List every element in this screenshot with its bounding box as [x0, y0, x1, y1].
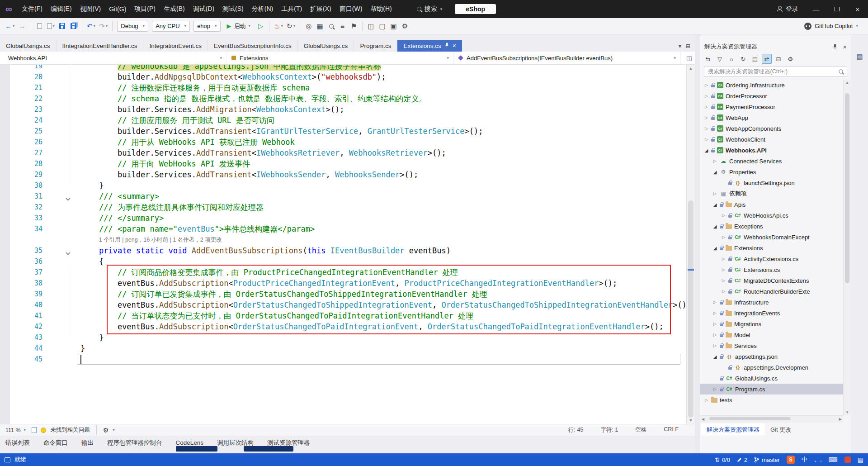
menu-item-7[interactable]: 测试(S) [218, 0, 248, 18]
expand-icon[interactable]: ▷ [712, 300, 717, 304]
tree-item-Extensions[interactable]: ◢Extensions [700, 243, 844, 253]
file-nesting-icon[interactable]: ▤ [750, 54, 760, 64]
code-line-31[interactable]: 31 /// <summary> [0, 191, 686, 202]
expand-icon[interactable]: ▷ [704, 398, 709, 402]
tree-item-Ordering.Infrastructure[interactable]: ▷C#Ordering.Infrastructure [700, 80, 844, 90]
expand-icon[interactable]: ▷ [712, 333, 717, 337]
properties-icon[interactable]: ⚙ [785, 54, 795, 64]
scroll-up-icon[interactable]: ▲ [689, 66, 693, 71]
sogou-toolbox-icon[interactable]: ▦ [858, 456, 863, 463]
tree-item-WebAppComponents[interactable]: ▷C#WebAppComponents [700, 123, 844, 134]
tree-item-appsettings.Developmen[interactable]: {}appsettings.Developmen [700, 362, 844, 373]
collapse-icon[interactable]: ◢ [712, 354, 717, 359]
panel-splitter[interactable] [695, 34, 700, 453]
ime-language-toggle[interactable]: 中 [802, 456, 807, 464]
expand-icon[interactable]: ▷ [721, 213, 726, 218]
expand-icon[interactable]: ▷ [721, 257, 726, 261]
tree-item-WebApp[interactable]: ▷C#WebApp [700, 112, 844, 123]
github-copilot-button[interactable]: GitHub Copilot ▾ [804, 23, 864, 30]
collapse-icon[interactable]: ◢ [712, 202, 717, 207]
expand-icon[interactable]: ▷ [721, 289, 726, 294]
collapse-icon[interactable]: ◢ [704, 148, 709, 153]
code-line-32[interactable]: 32 /// 为事件总线注册具体事件订阅和对应处理器 [0, 202, 686, 213]
space-indicator[interactable]: 空格 [635, 426, 646, 434]
tab-EventBusSubscriptionInfo.cs[interactable]: EventBusSubscriptionInfo.cs [208, 40, 298, 52]
code-line-45[interactable]: 45 [0, 354, 686, 365]
tab-options-icon[interactable]: ⊟ [686, 43, 690, 49]
new-query-icon[interactable]: ▦ [315, 20, 325, 32]
tab-IntegrationEvent.cs[interactable]: IntegrationEvent.cs [143, 40, 208, 52]
sogou-ime-icon[interactable]: S [787, 456, 795, 464]
expand-icon[interactable]: ▷ [721, 267, 726, 272]
tree-item-RouteHandlerBuilderExte[interactable]: ▷C#RouteHandlerBuilderExte [700, 286, 844, 297]
filter-icon[interactable]: ▽ [715, 54, 725, 64]
tree-item-IntegrationEvents[interactable]: ▷IntegrationEvents [700, 308, 844, 319]
code-line-44[interactable]: 44} [0, 343, 686, 354]
close-button[interactable]: × [847, 0, 868, 18]
line-operations-icon[interactable]: ≡ [337, 20, 348, 32]
tab-Program.cs[interactable]: Program.cs [354, 40, 397, 52]
tree-item-Model[interactable]: ▷Model [700, 329, 844, 340]
menu-item-8[interactable]: 分析(N) [248, 0, 277, 18]
git-branch-button[interactable]: master [754, 456, 780, 463]
tree-item-OrderProcessor[interactable]: ▷C#OrderProcessor [700, 90, 844, 101]
expand-icon[interactable]: ▷ [704, 137, 709, 142]
navigate-forward-icon[interactable]: → [17, 20, 28, 32]
tree-item-Properties[interactable]: ◢⚙Properties [700, 166, 844, 177]
maximize-button[interactable] [826, 0, 847, 18]
tab-Extensions.cs[interactable]: Extensions.cs× [397, 40, 462, 52]
menu-item-6[interactable]: 调试(D) [189, 0, 218, 18]
panel-tab-命令窗口[interactable]: 命令窗口 [43, 439, 68, 447]
tool-tab-解决方案资源管理器[interactable]: 解决方案资源管理器 [701, 423, 765, 435]
code-line-22[interactable]: 22 // schema 指的是 数据库模式，也就是 数据库中表、字段、索引、约… [0, 93, 686, 104]
solution-search-box[interactable] [704, 66, 847, 77]
save-icon[interactable] [57, 20, 67, 32]
minimize-button[interactable]: — [806, 0, 826, 18]
code-line-34[interactable]: 34 /// <param name="eventBus">事件总线构建器</p… [0, 223, 686, 234]
tree-item-Exceptions[interactable]: ◢Exceptions [700, 221, 844, 232]
codelens-info[interactable]: 1 个引用 | peng，16 小时前 | 1 名作者，2 项更改 [99, 234, 222, 245]
scroll-down-icon[interactable]: ▼ [689, 418, 693, 423]
breadcrumb-section-0[interactable]: Webhooks.API▾ [0, 52, 227, 64]
navigate-back-icon[interactable]: ←▾ [4, 20, 16, 32]
code-editor[interactable]: 19 // webhooksdb 是 appsettings.json 中配置的… [0, 65, 695, 424]
code-line-27[interactable]: 27 builder.Services.AddTransient<IWebhoo… [0, 147, 686, 158]
tree-item-WebHooksApi.cs[interactable]: ▷C#WebHooksApi.cs [700, 210, 844, 221]
redo-icon[interactable]: ↷▾ [98, 20, 109, 32]
tree-item-Connected Services[interactable]: ▷☁Connected Services [700, 156, 844, 166]
scrollbar-thumb[interactable] [688, 200, 693, 418]
background-tasks-icon[interactable] [5, 457, 10, 462]
expand-icon[interactable]: ▷ [712, 343, 717, 348]
menu-item-12[interactable]: 帮助(H) [366, 0, 396, 18]
menu-item-1[interactable]: 编辑(E) [47, 0, 76, 18]
code-line-21[interactable]: 21 // 注册数据库迁移服务，用于自动更新数据库 schema [0, 82, 686, 93]
code-line-35[interactable]: 35 private static void AddEventBusSubscr… [0, 245, 686, 256]
breadcrumb-section-1[interactable]: Extensions▾ [227, 52, 454, 64]
collapse-all-icon[interactable]: ⊟ [774, 54, 783, 64]
collapse-icon[interactable]: ◢ [712, 170, 717, 175]
code-line-20[interactable]: 20 builder.AddNpgsqlDbContext<WebhooksCo… [0, 71, 686, 82]
code-line-28[interactable]: 28 // 用于向 WebHooks API 发送事件 [0, 158, 686, 169]
expand-icon[interactable]: ▷ [721, 278, 726, 283]
code-line-26[interactable]: 26 // 用于从 WebHooks API 获取已注册 Webhook [0, 137, 686, 147]
sogou-tool-icon[interactable] [844, 456, 851, 463]
expand-icon[interactable]: ▷ [704, 115, 709, 120]
code-line-23[interactable]: 23 builder.Services.AddMigration<Webhook… [0, 104, 686, 115]
attach-process-icon[interactable]: ◎ [303, 20, 314, 32]
solution-search-input[interactable] [708, 68, 836, 75]
git-sync-button[interactable]: ⇅ 0/0 [715, 456, 730, 463]
menu-item-5[interactable]: 生成(B) [160, 0, 189, 18]
new-file-icon[interactable] [34, 20, 45, 32]
open-file-icon[interactable]: ▾ [46, 20, 57, 32]
expand-icon[interactable]: ▷ [721, 235, 726, 239]
restart-application-icon[interactable]: ↻▾ [285, 20, 297, 32]
code-line-30[interactable]: 30 } [0, 180, 686, 191]
code-line-24[interactable]: 24 // 注册应用服务 用于测试 URL 是否可访问 [0, 115, 686, 126]
code-line-29[interactable]: 29 builder.Services.AddTransient<IWebhoo… [0, 169, 686, 180]
expand-icon[interactable]: ▷ [712, 191, 717, 196]
code-line-25[interactable]: 25 builder.Services.AddTransient<IGrantU… [0, 126, 686, 137]
sign-in-button[interactable]: 登录 [769, 5, 806, 13]
tree-item-appsettings.json[interactable]: ◢{}appsettings.json [700, 351, 844, 362]
health-indicator-icon[interactable] [32, 427, 37, 433]
expand-icon[interactable]: ▷ [712, 159, 717, 163]
